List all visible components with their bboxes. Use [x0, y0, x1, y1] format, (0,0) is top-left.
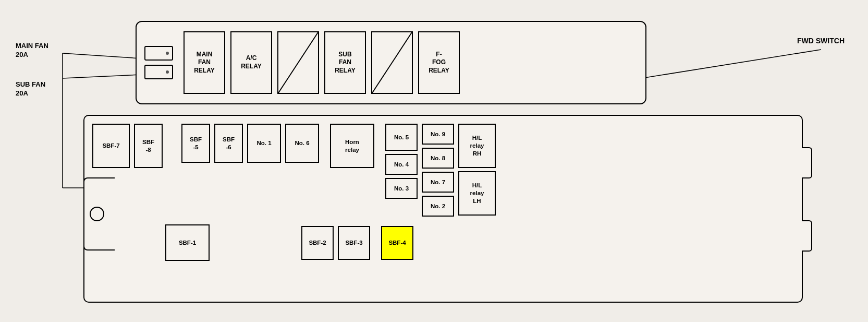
diag-fuse-1 — [277, 31, 319, 94]
sbf-5-cell: SBF-5 — [181, 124, 210, 163]
main-fan-relay: MAINFANRELAY — [184, 31, 225, 94]
sbf-8-cell: SBF-8 — [134, 124, 163, 168]
sbf-7-cell: SBF-7 — [92, 124, 130, 168]
no7-cell: No. 7 — [422, 172, 454, 193]
fuse-box-diagram: MAIN FAN20A SUB FAN20A FWD SWITCH MAINFA… — [16, 10, 850, 313]
main-fan-fuse — [144, 46, 173, 61]
hl-relay-lh-cell: H/LrelayLH — [458, 171, 496, 216]
horn-relay-cell: Hornrelay — [330, 124, 374, 168]
no8-cell: No. 8 — [422, 148, 454, 169]
svg-line-2 — [63, 75, 141, 78]
svg-line-9 — [278, 32, 318, 93]
right-connector-bottom — [802, 220, 812, 252]
sbf-2-cell: SBF-2 — [301, 226, 334, 260]
no6-cell: No. 6 — [285, 124, 319, 163]
top-fuse-box: MAINFANRELAY A/CRELAY SUBFANRELAY F-FOGR… — [136, 21, 646, 104]
small-fuse-group — [144, 46, 173, 79]
no3-cell: No. 3 — [385, 178, 418, 199]
sbf-3-cell: SBF-3 — [338, 226, 370, 260]
no9-cell: No. 9 — [422, 124, 454, 145]
sub-fan-relay: SUBFANRELAY — [324, 31, 366, 94]
right-connector-top — [802, 147, 812, 178]
sbf-1-cell: SBF-1 — [165, 224, 210, 261]
no5-cell: No. 5 — [385, 124, 418, 151]
svg-line-0 — [63, 53, 141, 58]
bottom-fuse-box: SBF-7 SBF-8 SBF-5 SBF-6 No. 1 No. 6 Horn… — [83, 115, 803, 303]
svg-line-7 — [641, 50, 821, 78]
sbf-4-cell: SBF-4 — [381, 226, 413, 260]
sbf-6-cell: SBF-6 — [214, 124, 243, 163]
sub-fan-fuse — [144, 65, 173, 79]
no2-cell: No. 2 — [422, 196, 454, 217]
bracket-hole — [90, 207, 104, 221]
diag-fuse-2 — [371, 31, 413, 94]
svg-line-10 — [372, 32, 412, 93]
hl-relay-rh-cell: H/LrelayRH — [458, 124, 496, 168]
ac-relay: A/CRELAY — [230, 31, 272, 94]
no1-cell: No. 1 — [247, 124, 281, 163]
mounting-bracket — [83, 177, 115, 251]
f-fog-relay: F-FOGRELAY — [418, 31, 460, 94]
no4-cell: No. 4 — [385, 154, 418, 175]
